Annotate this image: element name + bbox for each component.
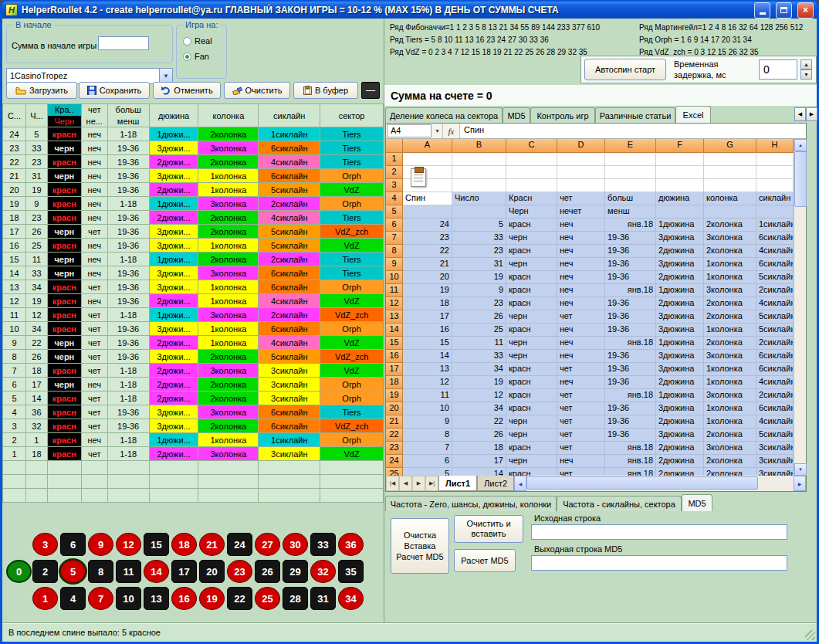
excel-cell-D1[interactable] bbox=[557, 153, 605, 166]
excel-cell-G9[interactable]: 1колонка bbox=[704, 258, 756, 271]
undo-button[interactable]: Отменить bbox=[153, 82, 221, 99]
minimize-button[interactable] bbox=[754, 2, 770, 19]
excel-cell-B1[interactable] bbox=[452, 153, 506, 166]
excel-cell-C21[interactable]: черн bbox=[506, 415, 557, 429]
excel-cell-A17[interactable]: 13 bbox=[403, 363, 452, 376]
excel-cell-C1[interactable] bbox=[506, 153, 557, 166]
excel-cell-G16[interactable]: 3колонка bbox=[704, 350, 756, 363]
board-number-15[interactable]: 15 bbox=[144, 533, 169, 556]
excel-cell-A7[interactable]: 23 bbox=[403, 232, 452, 245]
scroll-left-icon[interactable]: ◀ bbox=[514, 476, 526, 491]
excel-cell-A21[interactable]: 9 bbox=[403, 415, 452, 429]
excel-cell-F17[interactable]: 3дюжина bbox=[656, 363, 704, 376]
excel-cell-G14[interactable]: 1колонка bbox=[704, 324, 756, 337]
excel-col-header-H[interactable]: H bbox=[756, 139, 794, 153]
board-number-0[interactable]: 0 bbox=[6, 560, 32, 583]
board-number-7[interactable]: 7 bbox=[88, 587, 113, 610]
excel-cell-E2[interactable] bbox=[605, 166, 656, 179]
excel-row-header-5[interactable]: 5 bbox=[386, 205, 403, 219]
excel-cell-D2[interactable] bbox=[557, 166, 605, 179]
excel-cell-F4[interactable]: дюжина bbox=[656, 192, 704, 205]
start-sum-input[interactable] bbox=[98, 36, 149, 50]
excel-cell-D6[interactable]: неч bbox=[557, 219, 605, 232]
excel-cell-B11[interactable]: 9 bbox=[452, 284, 506, 297]
excel-cell-B6[interactable]: 5 bbox=[452, 219, 506, 232]
excel-cell-B25[interactable]: 14 bbox=[452, 468, 506, 476]
excel-cell-A1[interactable] bbox=[403, 153, 452, 166]
excel-cell-D19[interactable]: чет bbox=[557, 389, 605, 402]
excel-row-header-11[interactable]: 11 bbox=[386, 284, 403, 297]
excel-cell-H16[interactable]: 6сиклайн bbox=[756, 350, 794, 363]
board-number-11[interactable]: 11 bbox=[116, 560, 141, 583]
board-number-30[interactable]: 30 bbox=[283, 533, 308, 556]
excel-cell-E14[interactable]: 19-36 bbox=[605, 324, 656, 337]
excel-cell-F1[interactable] bbox=[656, 153, 704, 166]
excel-cell-B3[interactable] bbox=[452, 179, 506, 192]
excel-cell-A19[interactable]: 11 bbox=[403, 389, 452, 402]
excel-cell-F24[interactable]: 2дюжина bbox=[656, 455, 704, 468]
table-row[interactable]: 2019красннеч19-362дюжи...1колонка5сиклай… bbox=[3, 183, 384, 197]
excel-cell-F25[interactable]: 2дюжина bbox=[656, 468, 704, 476]
excel-cell-E18[interactable]: 19-36 bbox=[605, 376, 656, 389]
board-number-18[interactable]: 18 bbox=[171, 533, 197, 556]
excel-cell-G22[interactable]: 2колонка bbox=[704, 429, 756, 442]
excel-cell-B13[interactable]: 26 bbox=[452, 310, 506, 324]
excel-cell-G25[interactable]: 2колонка bbox=[704, 468, 756, 476]
table-row[interactable]: 1823красннеч19-362дюжи...2колонка4сиклай… bbox=[3, 211, 384, 225]
resize-grip[interactable] bbox=[805, 630, 815, 640]
table-row[interactable]: 199красннеч1-181дюжи...3колонка2сиклайнO… bbox=[3, 197, 384, 211]
spinner-down-icon[interactable]: ▼ bbox=[800, 69, 812, 80]
board-number-1[interactable]: 1 bbox=[32, 587, 58, 610]
excel-cell-E1[interactable] bbox=[605, 153, 656, 166]
excel-cell-G6[interactable]: 2колонка bbox=[704, 219, 756, 232]
excel-row-header-10[interactable]: 10 bbox=[386, 271, 403, 284]
excel-cell-E19[interactable]: янв.18 bbox=[605, 389, 656, 402]
excel-cell-B12[interactable]: 23 bbox=[452, 297, 506, 310]
tab-articles[interactable]: Различные статьи bbox=[595, 107, 675, 123]
excel-cell-C13[interactable]: черн bbox=[506, 310, 557, 324]
excel-cell-F22[interactable]: 3дюжина bbox=[656, 429, 704, 442]
excel-row-header-17[interactable]: 17 bbox=[386, 363, 403, 376]
board-number-5[interactable]: 5 bbox=[60, 560, 86, 583]
excel-cell-G20[interactable]: 1колонка bbox=[704, 402, 756, 415]
excel-cell-B17[interactable]: 34 bbox=[452, 363, 506, 376]
excel-cell-F5[interactable] bbox=[656, 205, 704, 219]
board-number-35[interactable]: 35 bbox=[338, 560, 364, 583]
board-number-24[interactable]: 24 bbox=[227, 533, 252, 556]
excel-cell-A8[interactable]: 22 bbox=[403, 245, 452, 258]
tab-md5[interactable]: MD5 bbox=[503, 107, 530, 123]
excel-cell-D14[interactable]: неч bbox=[557, 324, 605, 337]
excel-cell-D7[interactable]: неч bbox=[557, 232, 605, 245]
excel-cell-B18[interactable]: 19 bbox=[452, 376, 506, 389]
excel-cell-B24[interactable]: 17 bbox=[452, 455, 506, 468]
board-number-14[interactable]: 14 bbox=[144, 560, 169, 583]
excel-cell-E7[interactable]: 19-36 bbox=[605, 232, 656, 245]
table-row[interactable]: 2131черннеч19-363дюжи...1колонка6сиклайн… bbox=[3, 169, 384, 183]
excel-cell-H7[interactable]: 6сиклайн bbox=[756, 232, 794, 245]
excel-cell-C10[interactable]: красн bbox=[506, 271, 557, 284]
excel-cell-G17[interactable]: 1колонка bbox=[704, 363, 756, 376]
tab-scroll-left-icon[interactable]: ◀ bbox=[794, 107, 806, 121]
excel-cell-B21[interactable]: 22 bbox=[452, 415, 506, 429]
board-number-6[interactable]: 6 bbox=[60, 533, 86, 556]
excel-cell-E13[interactable]: 19-36 bbox=[605, 310, 656, 324]
excel-cell-A10[interactable]: 20 bbox=[403, 271, 452, 284]
excel-cell-C4[interactable]: Красн bbox=[506, 192, 557, 205]
excel-cell-E3[interactable] bbox=[605, 179, 656, 192]
excel-cell-H14[interactable]: 5сиклайн bbox=[756, 324, 794, 337]
namebox-dropdown-icon[interactable]: ▼ bbox=[432, 124, 443, 138]
autospin-start-button[interactable]: Автоспин старт bbox=[584, 59, 666, 80]
excel-cell-B9[interactable]: 31 bbox=[452, 258, 506, 271]
sheet-prev-icon[interactable]: ◀ bbox=[399, 476, 412, 491]
excel-cell-G3[interactable] bbox=[704, 179, 756, 192]
excel-cell-F8[interactable]: 2дюжина bbox=[656, 245, 704, 258]
table-row[interactable]: 514краснчет1-182дюжи...2колонка3сиклайнO… bbox=[3, 391, 384, 405]
excel-row-header-7[interactable]: 7 bbox=[386, 232, 403, 245]
horizontal-scrollbar[interactable]: ◀ ▶ bbox=[514, 476, 806, 491]
excel-cell-A18[interactable]: 12 bbox=[403, 376, 452, 389]
excel-cell-D17[interactable]: чет bbox=[557, 363, 605, 376]
excel-row-header-8[interactable]: 8 bbox=[386, 245, 403, 258]
excel-cell-A13[interactable]: 17 bbox=[403, 310, 452, 324]
excel-cell-D21[interactable]: чет bbox=[557, 415, 605, 429]
excel-cell-F11[interactable]: 1дюжина bbox=[656, 284, 704, 297]
